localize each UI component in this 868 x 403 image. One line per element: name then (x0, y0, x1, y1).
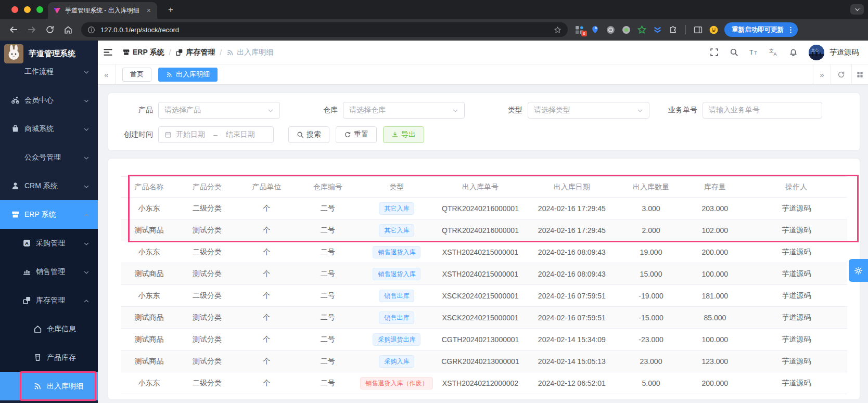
tab-close-icon[interactable]: × (146, 6, 152, 15)
settings-fab[interactable] (849, 259, 868, 282)
window-zoom-button[interactable] (36, 6, 43, 13)
table-row[interactable]: 小东东二级分类个二号销售退货入库（作废）XSTH2024021200000220… (121, 372, 847, 394)
reload-icon[interactable] (45, 25, 55, 34)
font-size-icon[interactable]: TT (749, 48, 758, 57)
sidebar-item-label: 仓库信息 (47, 324, 76, 334)
back-icon[interactable] (9, 25, 18, 34)
extension-dot-icon[interactable] (622, 25, 631, 34)
tags-layout-grid-icon[interactable] (851, 64, 868, 84)
sidebar-item-mp[interactable]: 公众号管理 (0, 143, 98, 172)
breadcrumb-item[interactable]: ERP 系统 (122, 48, 164, 57)
extension-blocks-icon[interactable]: 6 (575, 25, 584, 34)
cell-order_no: QTRK20240216000001 (435, 219, 526, 241)
svg-text:A: A (25, 240, 29, 246)
cell-stock: 203.000 (684, 198, 745, 219)
table-row[interactable]: 测试商品测试分类个二号采购退货出库CGTH202402130000012024-… (121, 329, 847, 350)
extension-balloon-icon[interactable] (591, 25, 599, 34)
address-bar[interactable]: 127.0.0.1/erp/stock/record (81, 22, 568, 37)
gear-icon (854, 266, 863, 275)
bookmark-star-icon[interactable] (554, 26, 561, 34)
collapse-menu-icon[interactable] (103, 47, 113, 57)
cell-unit: 个 (237, 350, 296, 372)
tab-出入库明细[interactable]: 出入库明细 (158, 68, 218, 82)
table-row[interactable]: 小东东二级分类个二号销售退货入库XSTH202402150000012024-0… (121, 241, 847, 263)
reset-button[interactable]: 重置 (336, 126, 377, 143)
sidebar-item-sales[interactable]: 销售管理 (0, 257, 98, 286)
extension-badge: 6 (581, 31, 587, 36)
sidebar-item-erp[interactable]: ERP 系统 (0, 200, 98, 229)
profile-avatar-icon[interactable] (709, 25, 718, 34)
cell-date: 2024-02-16 07:59:51 (526, 307, 618, 329)
product-select[interactable]: 请选择产品 (158, 102, 280, 119)
fullscreen-icon[interactable] (710, 48, 719, 57)
app-logo[interactable]: 芋道管理系统 (0, 41, 98, 67)
main-area: ERP 系统/库存管理/出入库明细 TT 文A 文心 芋道源码 « 首页出入库明… (98, 41, 868, 403)
tab-首页[interactable]: 首页 (122, 68, 151, 82)
tab-search-button[interactable] (850, 4, 864, 15)
home-icon[interactable] (63, 25, 73, 34)
table-row[interactable]: 小东东二级分类个二号其它入库QTRK202402160000012024-02-… (121, 198, 847, 219)
topbar: ERP 系统/库存管理/出入库明细 TT 文A 文心 芋道源码 (98, 41, 868, 64)
date-range-input[interactable]: 开始日期 – 结束日期 (158, 126, 274, 143)
sidebar-item-purchase[interactable]: A采购管理 (0, 229, 98, 257)
table-row[interactable]: 测试商品测试分类个二号销售退货入库XSTH202402150000012024-… (121, 263, 847, 285)
column-header: 出入库日期 (526, 177, 618, 198)
cell-product: 小东东 (121, 285, 177, 307)
table-row[interactable]: 测试商品测试分类个二号采购入库CGRK202402130000012024-02… (121, 350, 847, 372)
cell-order_no: XSTH20240215000001 (435, 263, 526, 285)
sidebar-item-crm[interactable]: CRM 系统 (0, 172, 98, 200)
site-info-icon[interactable] (87, 26, 95, 34)
column-header: 出入库数量 (618, 177, 684, 198)
tags-scroll-right-icon[interactable]: » (813, 64, 831, 84)
sidebar-item-stock-record[interactable]: 出入库明细 (0, 372, 98, 400)
cell-type: 采购退货出库 (359, 329, 435, 350)
restart-update-button[interactable]: 重新启动即可更新 (724, 22, 798, 37)
side-panel-icon[interactable] (694, 25, 703, 34)
tags-scroll-left-icon[interactable]: « (98, 64, 116, 84)
bizno-input[interactable]: 请输入业务单号 (703, 102, 822, 119)
sales-icon (22, 267, 31, 276)
cell-operator: 芋道源码 (745, 350, 847, 372)
cell-qty: 23.000 (618, 350, 684, 372)
window-close-button[interactable] (11, 6, 18, 13)
type-select[interactable]: 请选择类型 (528, 102, 649, 119)
breadcrumb-item[interactable]: 库存管理 (175, 48, 215, 57)
forward-icon[interactable] (27, 25, 36, 34)
new-tab-button[interactable]: + (164, 4, 177, 16)
extensions-puzzle-icon[interactable] (669, 25, 678, 34)
search-button[interactable]: 搜索 (288, 126, 329, 143)
cell-qty: -23.000 (618, 329, 684, 350)
user-avatar[interactable]: 文心 (809, 45, 824, 60)
sidebar-item-inventory[interactable]: 库存管理 (0, 286, 98, 315)
cell-operator: 芋道源码 (745, 307, 847, 329)
table-row[interactable]: 测试商品测试分类个二号销售出库XSCK202402150000012024-02… (121, 307, 847, 329)
extension-knot-icon[interactable] (606, 25, 615, 34)
tab-label: 出入库明细 (176, 70, 210, 79)
sidebar-item-warehouse-info[interactable]: 仓库信息 (0, 315, 98, 343)
sidebar-item-member[interactable]: 会员中心 (0, 86, 98, 114)
table-row[interactable]: 测试商品测试分类个二号其它入库QTRK202402160000012024-02… (121, 219, 847, 241)
create-time-label: 创建时间 (121, 130, 153, 139)
warehouse-select[interactable]: 请选择仓库 (343, 102, 465, 119)
browser-menu-icon[interactable] (787, 26, 795, 34)
table-row[interactable]: 小东东二级分类个二号销售出库XSCK202402150000012024-02-… (121, 285, 847, 307)
browser-tab[interactable]: 芋道管理系统 - 出入库明细 × (48, 2, 157, 19)
extension-star-icon[interactable] (637, 25, 646, 34)
search-icon[interactable] (730, 48, 738, 57)
sidebar-item-label: 产品库存 (47, 353, 76, 362)
sidebar-item-product-stock[interactable]: 产品库存 (0, 343, 98, 372)
user-name[interactable]: 芋道源码 (829, 48, 859, 57)
window-minimize-button[interactable] (24, 6, 31, 13)
cell-unit: 个 (237, 285, 296, 307)
sidebar-item-mall[interactable]: 商城系统 (0, 114, 98, 143)
export-button[interactable]: 导出 (383, 126, 424, 143)
language-icon[interactable]: 文A (769, 48, 778, 57)
notification-bell-icon[interactable] (789, 48, 798, 57)
extension-chevrons-icon[interactable] (653, 25, 662, 34)
crm-icon (11, 181, 20, 190)
tags-refresh-icon[interactable] (831, 64, 851, 84)
cell-warehouse: 二号 (297, 241, 359, 263)
sidebar-item-label: CRM 系统 (24, 181, 58, 191)
table-header-row: 产品名称产品分类产品单位仓库编号类型出入库单号出入库日期出入库数量库存量操作人 (121, 177, 847, 198)
app-title: 芋道管理系统 (29, 49, 75, 59)
